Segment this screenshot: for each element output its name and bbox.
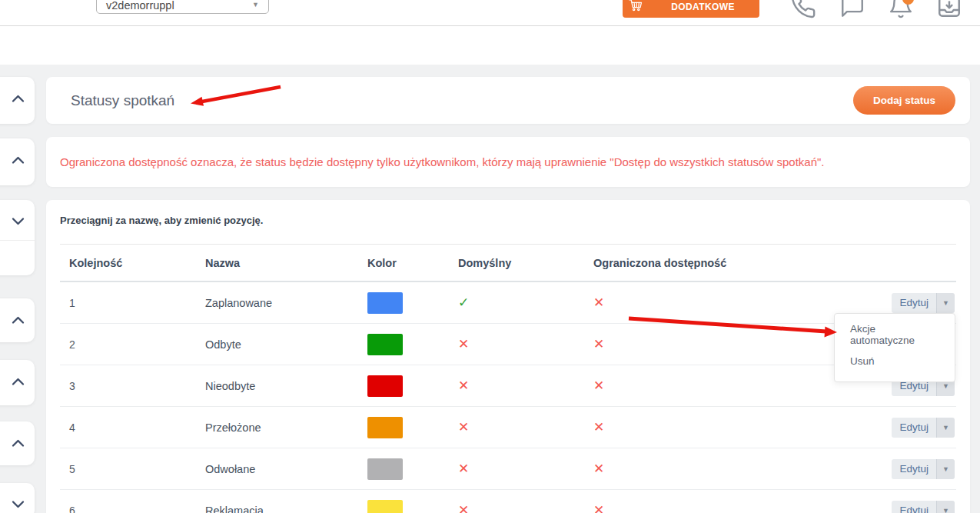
cross-icon: ✕ [593, 378, 604, 393]
status-row: 6Reklamacja✕✕Edytuj▼ [60, 490, 956, 513]
chat-icon[interactable] [839, 0, 865, 19]
status-row: 4Przełożone✕✕Edytuj▼ [60, 407, 956, 448]
cross-icon: ✕ [593, 503, 604, 513]
column-header: Domyślny [449, 257, 584, 269]
status-order: 1 [60, 297, 196, 309]
collapsed-panel[interactable] [0, 483, 35, 513]
top-bar: v2demorruppl ▼ MODUŁY DODATKOWE [0, 0, 980, 65]
edit-button[interactable]: Edytuj [892, 418, 936, 438]
status-color-cell [358, 334, 449, 355]
status-name-drag-handle[interactable]: Reklamacja [196, 505, 358, 513]
additional-modules-button[interactable]: MODUŁY DODATKOWE [623, 0, 759, 18]
status-name-drag-handle[interactable]: Odwołane [196, 463, 358, 475]
status-row: 1Zaplanowane✓✕Edytuj▼ [60, 282, 956, 324]
color-swatch [367, 292, 403, 314]
status-row: 3Nieodbyte✕✕Edytuj▼ [60, 365, 956, 407]
chevron-up-icon [11, 438, 25, 448]
color-swatch [367, 500, 403, 513]
chevron-down-icon [11, 217, 25, 226]
edit-dropdown-toggle[interactable]: ▼ [936, 293, 955, 313]
actions-cell: Edytuj▼ [882, 501, 956, 513]
color-swatch [367, 458, 403, 480]
add-status-button[interactable]: Dodaj status [853, 86, 955, 115]
restricted-cell: ✕ [584, 295, 882, 311]
account-select[interactable]: v2demorruppl ▼ [96, 0, 269, 14]
statuses-table-card: Przeciągnij za nazwę, aby zmienić pozycj… [46, 200, 970, 513]
collapsed-panel[interactable] [0, 138, 35, 185]
status-order: 5 [60, 463, 196, 475]
restricted-availability-notice: Ograniczona dostępność oznacza, że statu… [60, 137, 956, 187]
status-order: 6 [60, 505, 196, 513]
collapsed-panel[interactable] [0, 298, 35, 342]
restricted-cell: ✕ [584, 461, 882, 477]
edit-button[interactable]: Edytuj [892, 293, 936, 313]
edit-dropdown-menu: Akcje automatyczneUsuń [834, 313, 955, 382]
status-name-drag-handle[interactable]: Zaplanowane [196, 297, 358, 309]
column-header: Nazwa [196, 257, 358, 269]
edit-dropdown-toggle[interactable]: ▼ [936, 459, 955, 479]
inbox-icon[interactable] [936, 0, 962, 19]
statuses-table: KolejnośćNazwaKolorDomyślnyOgraniczona d… [60, 244, 956, 513]
cross-icon: ✕ [458, 378, 469, 393]
default-cell: ✓ [449, 295, 584, 311]
status-name-drag-handle[interactable]: Odbyte [196, 338, 358, 351]
cross-icon: ✕ [458, 461, 469, 476]
check-icon: ✓ [458, 295, 469, 310]
table-body: 1Zaplanowane✓✕Edytuj▼2Odbyte✕✕Edytuj▼3Ni… [60, 282, 956, 513]
status-color-cell [358, 500, 449, 513]
collapsed-panel[interactable] [0, 200, 35, 275]
status-order: 3 [60, 380, 196, 392]
edit-button[interactable]: Edytuj [892, 459, 936, 479]
additional-modules-label: MODUŁY DODATKOWE [651, 0, 755, 12]
color-swatch [367, 334, 403, 355]
phone-icon[interactable] [790, 0, 816, 19]
table-header-row: KolejnośćNazwaKolorDomyślnyOgraniczona d… [60, 245, 956, 282]
default-cell: ✕ [449, 461, 584, 477]
chevron-down-icon [11, 500, 25, 509]
menu-item[interactable]: Akcje automatyczne [835, 321, 955, 348]
edit-dropdown-toggle[interactable]: ▼ [936, 501, 955, 513]
menu-item[interactable]: Usuń [835, 348, 955, 375]
chevron-up-icon [11, 155, 25, 165]
status-name-drag-handle[interactable]: Przełożone [196, 421, 358, 434]
drag-hint: Przeciągnij za nazwę, aby zmienić pozycj… [60, 215, 263, 226]
edit-dropdown-toggle[interactable]: ▼ [936, 418, 955, 438]
default-cell: ✕ [449, 502, 584, 513]
column-header: Ograniczona dostępność [584, 257, 882, 269]
actions-cell: Edytuj▼ [882, 293, 956, 313]
actions-cell: Edytuj▼ [882, 459, 956, 479]
restricted-cell: ✕ [584, 419, 882, 435]
cross-icon: ✕ [593, 295, 604, 310]
chevron-up-icon [11, 94, 25, 103]
cross-icon: ✕ [593, 420, 604, 435]
edit-button-group: Edytuj▼ [892, 501, 955, 513]
column-header: Kolejność [60, 257, 196, 269]
collapsed-panel[interactable] [0, 77, 35, 124]
status-color-cell [358, 458, 449, 480]
edit-button-group: Edytuj▼ [892, 418, 955, 438]
color-swatch [367, 417, 403, 438]
cross-icon: ✕ [458, 503, 469, 513]
default-cell: ✕ [449, 419, 584, 435]
page-title: Statusy spotkań [71, 77, 174, 124]
status-name-drag-handle[interactable]: Nieodbyte [196, 380, 358, 392]
actions-cell: Edytuj▼ [882, 418, 956, 438]
status-color-cell [358, 375, 449, 397]
status-color-cell [358, 417, 449, 438]
notice-card: Ograniczona dostępność oznacza, że statu… [46, 137, 970, 187]
edit-button[interactable]: Edytuj [892, 501, 936, 513]
status-order: 2 [60, 338, 196, 351]
cross-icon: ✕ [593, 461, 604, 476]
column-header: Kolor [358, 257, 449, 269]
status-color-cell [358, 292, 449, 314]
cross-icon: ✕ [458, 337, 469, 351]
chevron-up-icon [11, 315, 25, 325]
account-select-value: v2demorruppl [106, 0, 252, 12]
collapsed-panel[interactable] [0, 421, 35, 465]
divider [0, 240, 35, 241]
collapsed-panel[interactable] [0, 360, 35, 405]
chevron-down-icon: ▼ [252, 0, 259, 12]
cart-icon [627, 0, 644, 12]
page-header-card: Statusy spotkań Dodaj status [46, 77, 970, 124]
status-order: 4 [60, 421, 196, 434]
